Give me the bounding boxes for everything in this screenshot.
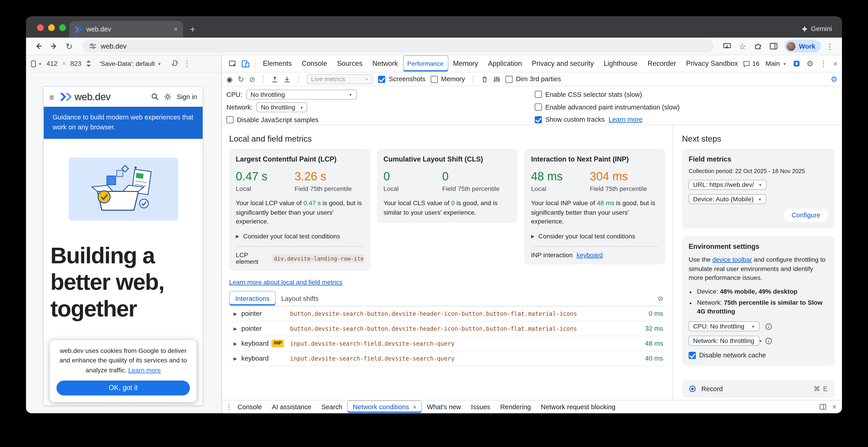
extensions-icon[interactable] xyxy=(751,40,765,53)
inp-interaction-link[interactable]: keyboard xyxy=(577,252,603,258)
drawer-tab-search[interactable]: Search xyxy=(316,401,347,413)
field-url-select[interactable]: URL: https://web.dev/▼ xyxy=(689,180,767,190)
dock-side-icon[interactable] xyxy=(819,403,827,410)
tab-sources[interactable]: Sources xyxy=(332,56,367,72)
show-custom-tracks-checkbox[interactable]: Show custom tracks xyxy=(535,115,605,123)
field-device-select[interactable]: Device: Auto (Mobile)▼ xyxy=(689,194,766,204)
disable-network-cache-checkbox[interactable]: Disable network cache xyxy=(689,351,828,359)
save-profile-icon[interactable] xyxy=(283,75,291,83)
drawer-tab-whats-new[interactable]: What's new xyxy=(422,401,466,413)
memory-checkbox[interactable]: Memory xyxy=(431,75,465,83)
save-data-select[interactable]: 'Save-Data': default▼ xyxy=(96,59,165,68)
interaction-row[interactable]: ▶ pointer button.devsite-search-button.d… xyxy=(229,307,665,321)
history-select[interactable]: Live metrics▼ xyxy=(307,74,373,84)
drawer-tab-rendering[interactable]: Rendering xyxy=(495,401,536,413)
interaction-row[interactable]: ▶ keyboard input.devsite-search-field.de… xyxy=(229,351,665,366)
cookie-ok-button[interactable]: OK, got it xyxy=(56,380,190,396)
device-indicator-icon[interactable] xyxy=(793,60,800,67)
drawer-tab-issues[interactable]: Issues xyxy=(466,401,495,413)
new-tab-button[interactable]: + xyxy=(190,25,195,36)
inspect-icon[interactable] xyxy=(226,57,239,70)
checkbox-checked[interactable] xyxy=(535,116,542,123)
tab-application[interactable]: Application xyxy=(483,56,527,72)
record-icon[interactable]: ◉ xyxy=(226,75,233,83)
back-icon[interactable] xyxy=(31,40,45,53)
checkbox-checked[interactable] xyxy=(378,75,385,83)
device-toolbar-toggle-icon[interactable] xyxy=(239,57,252,70)
tab-network[interactable]: Network xyxy=(367,56,403,72)
tab-close-icon[interactable]: × xyxy=(174,25,178,33)
inp-test-conditions-expander[interactable]: ▶Consider your local test conditions xyxy=(531,233,659,239)
device-select-icon[interactable]: ▼ xyxy=(30,60,42,67)
address-bar[interactable]: web.dev xyxy=(83,40,714,53)
drawer-tab-ai-assistance[interactable]: AI assistance xyxy=(267,401,316,413)
capture-settings-icon[interactable] xyxy=(493,75,501,83)
site-search-icon[interactable] xyxy=(151,93,159,101)
lcp-element-chip[interactable]: div.devsite-landing-row-item-d… xyxy=(272,254,364,263)
tab-interactions[interactable]: Interactions xyxy=(229,291,276,306)
row-expander-icon[interactable]: ▶ xyxy=(229,326,241,331)
tab-privacy-sandbox[interactable]: Privacy Sandbox xyxy=(681,56,743,72)
collect-garbage-icon[interactable] xyxy=(481,75,488,83)
reload-icon[interactable]: ↻ xyxy=(62,40,76,53)
tab-lighthouse[interactable]: Lighthouse xyxy=(599,56,643,72)
paint-instrumentation-checkbox[interactable]: Enable advanced paint instrumentation (s… xyxy=(535,103,680,111)
interaction-row[interactable]: ▶ pointer button.devsite-search-button.d… xyxy=(229,321,665,336)
checkbox[interactable] xyxy=(431,75,438,83)
drawer-tab-console[interactable]: Console xyxy=(232,401,267,413)
row-expander-icon[interactable]: ▶ xyxy=(229,311,241,316)
record-reload-icon[interactable]: ↻ xyxy=(238,75,244,83)
checkbox[interactable] xyxy=(505,75,513,83)
metrics-learn-more-link[interactable]: Learn more about local and field metrics xyxy=(229,279,342,285)
load-profile-icon[interactable] xyxy=(271,75,278,83)
tab-privacy-security[interactable]: Privacy and security xyxy=(527,56,599,72)
close-window-button[interactable] xyxy=(37,25,44,31)
checkbox[interactable] xyxy=(226,116,234,123)
row-expander-icon[interactable]: ▶ xyxy=(229,356,241,361)
custom-tracks-learn-more-link[interactable]: Learn more xyxy=(609,115,643,123)
theme-toggle-icon[interactable] xyxy=(164,93,172,101)
checkbox[interactable] xyxy=(535,103,542,111)
css-selector-stats-checkbox[interactable]: Enable CSS selector stats (slow) xyxy=(535,91,642,98)
minimize-window-button[interactable] xyxy=(48,25,55,31)
cpu-throttling-select[interactable]: No throttling▼ xyxy=(246,90,357,100)
tab-layout-shifts[interactable]: Layout shifts xyxy=(276,291,324,306)
sign-in-link[interactable]: Sign in xyxy=(177,93,197,101)
interaction-row[interactable]: ▶ keyboardINP input.devsite-search-field… xyxy=(229,336,665,351)
perf-settings-gear-icon[interactable]: ⚙ xyxy=(831,75,838,83)
checkbox[interactable] xyxy=(535,91,542,98)
tab-performance[interactable]: Performance xyxy=(403,56,448,72)
js-context-select[interactable]: Main▼ xyxy=(766,60,786,67)
zoom-control-icon[interactable] xyxy=(86,60,91,67)
drawer-menu-icon[interactable]: ⋮ xyxy=(225,403,232,410)
drawer-tab-network-conditions[interactable]: Network conditions× xyxy=(347,401,422,413)
rotate-icon[interactable] xyxy=(171,60,179,67)
checkbox-checked[interactable] xyxy=(689,352,696,359)
gemini-button[interactable]: Gemini xyxy=(801,25,832,33)
dim-3rd-parties-checkbox[interactable]: Dim 3rd parties xyxy=(505,75,561,83)
device-toolbar-menu-icon[interactable]: ⋮ xyxy=(183,60,191,67)
site-logo[interactable]: web.dev xyxy=(59,91,111,102)
devtools-close-icon[interactable]: × xyxy=(833,60,838,67)
env-network-select[interactable]: Network: No throttling▼ xyxy=(689,336,760,346)
tab-console[interactable]: Console xyxy=(297,56,332,72)
tab-elements[interactable]: Elements xyxy=(258,56,297,72)
bookmark-star-icon[interactable]: ☆ xyxy=(736,40,749,53)
hamburger-menu-icon[interactable]: ≡ xyxy=(49,93,54,101)
cookie-learn-more-link[interactable]: Learn more xyxy=(128,367,161,374)
disable-js-samples-checkbox[interactable]: Disable JavaScript samples xyxy=(226,116,318,124)
forward-icon[interactable] xyxy=(47,40,60,53)
browser-menu-icon[interactable]: ⋮ xyxy=(823,40,837,53)
site-info-icon[interactable] xyxy=(89,42,96,50)
env-cpu-select[interactable]: CPU: No throttling▼ xyxy=(689,321,760,332)
screenshots-checkbox[interactable]: Screenshots xyxy=(378,75,426,83)
cpu-info-icon[interactable] xyxy=(765,323,772,330)
network-info-icon[interactable] xyxy=(765,337,772,345)
drawer-tab-network-request-blocking[interactable]: Network request blocking xyxy=(536,401,620,413)
side-panel-icon[interactable] xyxy=(767,40,780,53)
configure-button[interactable]: Configure xyxy=(784,209,828,222)
row-expander-icon[interactable]: ▶ xyxy=(229,341,241,346)
tab-memory[interactable]: Memory xyxy=(448,56,483,72)
viewport-width[interactable]: 412 xyxy=(46,60,58,67)
device-toolbar-link[interactable]: device toolbar xyxy=(712,256,752,263)
